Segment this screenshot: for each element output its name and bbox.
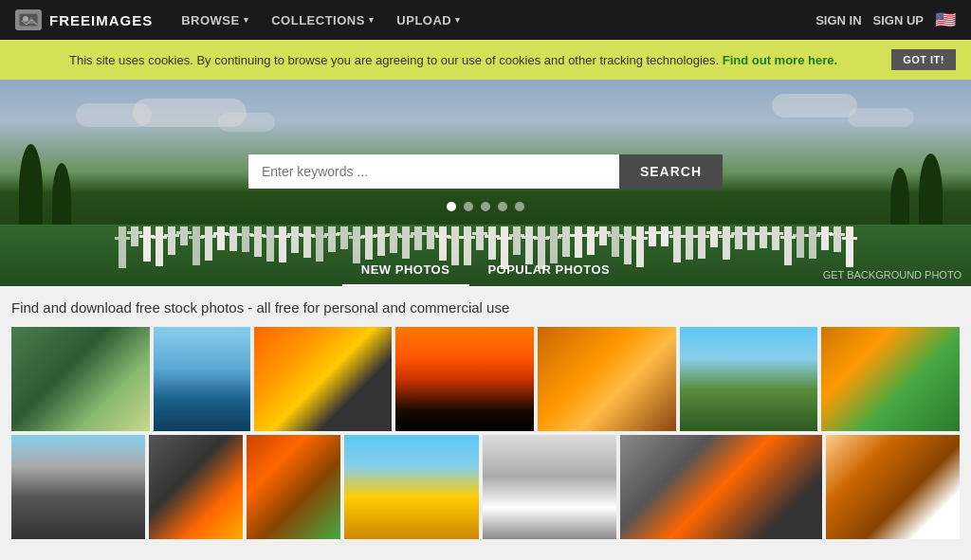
photo-row-1 xyxy=(11,327,960,431)
photo-gift[interactable] xyxy=(538,327,676,431)
cookie-text: This site uses cookies. By continuing to… xyxy=(15,53,891,67)
photo-machinery[interactable] xyxy=(247,435,340,539)
dot-1[interactable] xyxy=(447,202,456,211)
logo[interactable]: FREEIMAGES xyxy=(15,9,153,30)
collections-arrow: ▾ xyxy=(369,15,375,25)
svg-rect-0 xyxy=(19,13,38,27)
photo-heron[interactable] xyxy=(11,327,150,431)
hero-section: // Generate crosses visually via inline … xyxy=(0,80,971,286)
got-it-button[interactable]: GOT IT! xyxy=(891,49,956,70)
dot-2[interactable] xyxy=(464,202,473,211)
photo-dancer[interactable] xyxy=(483,435,616,539)
photo-mountains[interactable] xyxy=(680,327,818,431)
logo-icon xyxy=(15,9,42,30)
header-right: SIGN IN SIGN UP 🇺🇸 xyxy=(815,9,956,30)
photo-cone[interactable] xyxy=(149,435,243,539)
photo-sunflowers[interactable] xyxy=(344,435,478,539)
nav-browse[interactable]: BROWSE ▾ xyxy=(172,0,258,40)
sign-in-link[interactable]: SIGN IN xyxy=(815,13,861,27)
logo-text: FREEIMAGES xyxy=(49,12,153,28)
tab-popular-photos[interactable]: POPULAR PHOTOS xyxy=(468,255,629,286)
tab-new-photos[interactable]: NEW PHOTOS xyxy=(342,255,469,286)
cookie-more-link[interactable]: Find out more here. xyxy=(723,53,837,67)
main-content: Find and download free stock photos - al… xyxy=(0,286,971,551)
browse-arrow: ▾ xyxy=(244,15,249,25)
photo-station[interactable] xyxy=(620,435,821,539)
sign-up-link[interactable]: SIGN UP xyxy=(873,13,924,27)
photo-butterfly[interactable] xyxy=(821,327,960,431)
svg-point-1 xyxy=(23,16,28,22)
main-nav: BROWSE ▾ COLLECTIONS ▾ UPLOAD ▾ xyxy=(172,0,815,40)
photo-explosion[interactable] xyxy=(254,327,393,431)
tagline: Find and download free stock photos - al… xyxy=(11,299,960,316)
nav-collections[interactable]: COLLECTIONS ▾ xyxy=(262,0,383,40)
get-background-link[interactable]: GET BACKGROUND PHOTO xyxy=(823,269,962,280)
photo-sailboat[interactable] xyxy=(154,327,250,431)
photo-road[interactable] xyxy=(11,435,145,539)
slide-dots xyxy=(447,202,524,211)
photo-sunset[interactable] xyxy=(395,327,534,431)
photo-food[interactable] xyxy=(826,435,960,539)
dot-4[interactable] xyxy=(498,202,507,211)
search-button[interactable]: SEARCH xyxy=(619,154,723,189)
language-flag[interactable]: 🇺🇸 xyxy=(935,9,956,30)
search-container: SEARCH xyxy=(248,154,723,189)
upload-arrow: ▾ xyxy=(455,15,461,25)
main-header: FREEIMAGES BROWSE ▾ COLLECTIONS ▾ UPLOAD… xyxy=(0,0,971,40)
photo-tabs: NEW PHOTOS POPULAR PHOTOS xyxy=(342,255,629,286)
dot-5[interactable] xyxy=(515,202,524,211)
search-input[interactable] xyxy=(248,154,619,189)
photo-row-2 xyxy=(11,435,960,539)
dot-3[interactable] xyxy=(481,202,490,211)
nav-upload[interactable]: UPLOAD ▾ xyxy=(387,0,469,40)
cookie-banner: This site uses cookies. By continuing to… xyxy=(0,40,971,80)
